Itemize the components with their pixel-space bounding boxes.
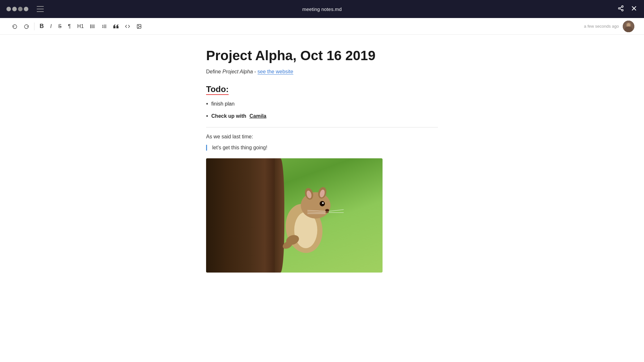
svg-point-17 [138, 25, 139, 26]
svg-point-31 [325, 209, 329, 211]
squirrel-scene [206, 158, 383, 273]
menu-icon[interactable] [37, 6, 44, 12]
bullet-1-text: finish plan [211, 100, 234, 108]
file-title: meeting notes.md [302, 6, 342, 12]
aside-text: As we said last time: [206, 134, 438, 140]
blockquote-text: let's get this thing going! [212, 145, 438, 151]
svg-point-11 [90, 26, 91, 27]
close-icon[interactable] [630, 5, 638, 14]
image-button[interactable] [134, 22, 144, 31]
squirrel-image [206, 158, 383, 273]
document-content: Project Alpha, Oct 16 2019 Define Projec… [206, 35, 438, 362]
subtitle-prefix: Define [206, 69, 223, 74]
squirrel-svg [259, 176, 356, 261]
subtitle-italic: Project Alpha [223, 69, 253, 74]
subtitle-middle: - [253, 69, 257, 74]
last-saved-label: a few seconds ago [584, 24, 619, 29]
toolbar-right: a few seconds ago [584, 21, 634, 32]
svg-point-12 [90, 27, 91, 28]
topbar-left [6, 6, 44, 12]
bullet-2-link: Camila [250, 112, 266, 120]
bullet-list-button[interactable] [88, 22, 98, 31]
divider [206, 127, 438, 127]
logo-dot [24, 7, 28, 11]
blockquote-button[interactable] [111, 22, 121, 31]
logo-dot [12, 7, 17, 11]
avatar-image [623, 21, 634, 32]
h1-button[interactable]: H1 [75, 22, 86, 31]
bold-button[interactable]: B [37, 21, 46, 32]
paragraph-button[interactable]: ¶ [65, 22, 73, 31]
logo-dot [6, 7, 11, 11]
formatting-toolbar: B I S ¶ H1 a few seconds ago [0, 18, 644, 35]
undo-button[interactable] [10, 22, 20, 31]
svg-point-29 [320, 201, 325, 206]
svg-point-20 [625, 27, 632, 32]
todo-item-2: Check up with Camila [206, 112, 438, 121]
code-button[interactable] [122, 22, 133, 31]
topbar: meeting notes.md [0, 0, 644, 18]
strikethrough-button[interactable]: S [55, 22, 64, 31]
document-subtitle: Define Project Alpha - see the website [206, 69, 438, 75]
svg-line-3 [620, 9, 622, 10]
logo [6, 7, 28, 11]
toolbar-separator [34, 23, 34, 30]
bullet-2-prefix: Check up with [211, 112, 246, 120]
italic-button[interactable]: I [48, 22, 54, 31]
document-title: Project Alpha, Oct 16 2019 [206, 48, 438, 64]
ordered-list-button[interactable] [99, 22, 109, 31]
svg-line-35 [329, 209, 344, 211]
avatar[interactable] [623, 21, 634, 32]
todo-list: finish plan Check up with Camila [206, 100, 438, 121]
svg-point-18 [623, 21, 634, 32]
todo-item-1: finish plan [206, 100, 438, 108]
svg-point-10 [90, 25, 91, 25]
redo-button[interactable] [21, 22, 32, 31]
svg-point-21 [627, 23, 630, 27]
logo-dot [18, 7, 23, 11]
svg-point-30 [322, 202, 324, 204]
svg-line-4 [620, 7, 622, 8]
subtitle-link[interactable]: see the website [258, 69, 293, 75]
svg-point-24 [301, 192, 331, 218]
blockquote: let's get this thing going! [206, 145, 438, 151]
todo-heading: Todo: [206, 84, 229, 95]
topbar-right [618, 5, 638, 14]
share-icon[interactable] [618, 5, 624, 13]
